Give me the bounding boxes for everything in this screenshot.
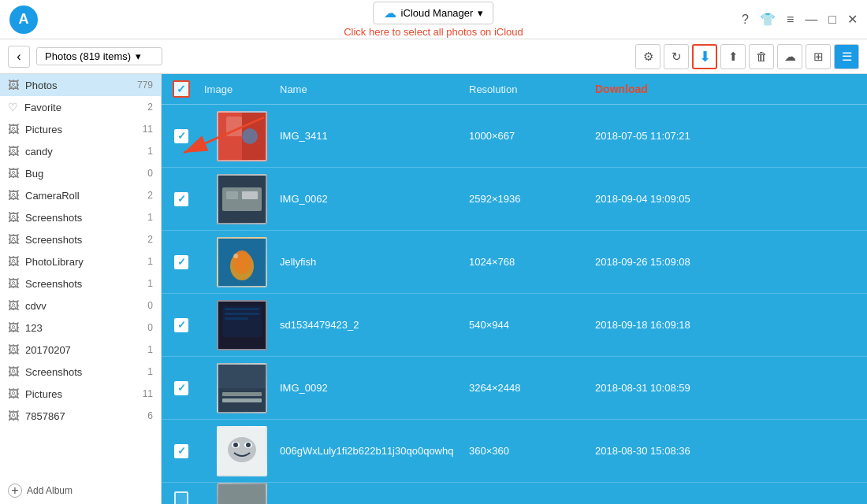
sidebar-count-screenshots3: 1 [147,278,153,289]
row-7-checkbox[interactable] [174,491,188,504]
sidebar-count-pictures2: 11 [143,388,153,399]
sidebar-count-cameraroll: 2 [147,190,153,201]
row-6-checkbox[interactable] [174,444,188,458]
svg-rect-20 [222,398,262,402]
sidebar-label-screenshots1: Screenshots [25,212,141,224]
sidebar-item-pictures2[interactable]: 🖼 Pictures 11 [0,383,161,405]
sidebar-item-photos[interactable]: 🖼 Photos 779 [0,74,161,96]
sidebar-item-photolibrary[interactable]: 🖼 PhotoLibrary 1 [0,250,161,272]
icloud-manager-button[interactable]: ☁ iCloud Manager ▾ [374,2,494,24]
table-row: sd1534479423_2 540×944 2018-09-18 16:09:… [162,294,867,357]
sidebar-label-20170207: 20170207 [25,344,141,356]
maximize-button[interactable]: □ [828,13,836,27]
sidebar-label-candy: candy [25,146,141,158]
row-4-time: 2018-09-18 16:09:18 [595,319,867,331]
icloud-icon: ☁ [384,6,396,20]
icloud-manager-label: iCloud Manager [401,7,474,19]
sidebar-item-cameraroll[interactable]: 🖼 CameraRoll 2 [0,184,161,206]
row-2-name: IMG_0062 [280,193,469,205]
cdvv-icon: 🖼 [8,299,19,312]
add-album-button[interactable]: + Add Album [0,477,161,504]
grid-view-button[interactable]: ⊞ [806,44,831,69]
row-2-thumbnail [217,174,267,224]
sidebar-count-20170207: 1 [147,344,153,355]
sidebar-item-screenshots4[interactable]: 🖼 Screenshots 1 [0,361,161,383]
row-1-resolution: 1000×667 [469,130,595,142]
sidebar-item-123[interactable]: 🖼 123 0 [0,317,161,339]
sidebar-count-screenshots1: 1 [147,212,153,223]
sidebar-count-bug: 0 [147,168,153,179]
back-button[interactable]: ‹ [8,46,30,68]
sidebar-label-screenshots2: Screenshots [25,234,141,246]
7857867-icon: 🖼 [8,410,19,422]
sidebar-item-screenshots1[interactable]: 🖼 Screenshots 1 [0,206,161,228]
album-label: Photos (819 items) [45,50,131,62]
svg-rect-14 [225,308,259,310]
sidebar-item-pictures[interactable]: 🖼 Pictures 11 [0,118,161,140]
row-1-thumbnail [217,111,267,161]
header-resolution-label: Resolution [469,83,517,95]
bug-icon: 🖼 [8,167,19,180]
sidebar-item-favorite[interactable]: ♡ Favorite 2 [0,96,161,118]
photos-icon: 🖼 [8,79,19,91]
sidebar-count-photos: 779 [137,80,153,91]
main-area: 🖼 Photos 779 ♡ Favorite 2 🖼 Pictures 11 … [0,74,867,504]
refresh-button[interactable]: ↻ [664,44,689,69]
header-image-col: Image [201,82,280,96]
row-2-checkbox-col [162,192,201,206]
sidebar-item-20170207[interactable]: 🖼 20170207 1 [0,339,161,361]
upload-button[interactable]: ⬆ [720,44,746,69]
sidebar-count-photolibrary: 1 [147,256,153,267]
row-3-thumbnail [217,237,267,287]
table-header: Image Name Resolution Download [162,74,867,105]
sidebar-label-favorite: Favorite [24,102,141,113]
list-view-button[interactable]: ☰ [834,44,859,69]
row-5-thumbnail-svg [218,365,266,412]
delete-button[interactable]: 🗑 [749,44,774,69]
sidebar-item-cdvv[interactable]: 🖼 cdvv 0 [0,295,161,317]
row-1-image [201,111,280,161]
sidebar-item-screenshots3[interactable]: 🖼 Screenshots 1 [0,272,161,295]
title-bar-right: ? 👕 ≡ — □ ✕ [742,12,858,27]
row-1-checkbox[interactable] [174,129,188,143]
sidebar-item-7857867[interactable]: 🖼 7857867 6 [0,405,161,427]
sidebar-count-cdvv: 0 [147,300,153,311]
header-checkbox-col [162,80,201,98]
select-all-checkbox[interactable] [173,80,190,98]
menu-button[interactable]: ≡ [787,13,794,27]
sidebar-count-screenshots2: 2 [147,234,153,245]
sidebar-count-pictures: 11 [143,124,153,135]
minimize-button[interactable]: — [805,13,817,27]
row-3-thumbnail-svg [218,239,266,286]
header-download-label: Download [595,83,648,95]
close-button[interactable]: ✕ [847,12,858,27]
row-5-image [201,363,280,413]
sidebar-item-candy[interactable]: 🖼 candy 1 [0,140,161,162]
sidebar-item-bug[interactable]: 🖼 Bug 0 [0,162,161,184]
sidebar-label-bug: Bug [25,168,141,180]
sidebar-item-screenshots2[interactable]: 🖼 Screenshots 2 [0,228,161,250]
cloud-button[interactable]: ☁ [777,44,802,69]
row-4-checkbox[interactable] [174,318,188,332]
cameraroll-icon: 🖼 [8,189,19,202]
candy-icon: 🖼 [8,145,19,158]
row-2-checkbox[interactable] [174,192,188,206]
row-6-thumbnail-svg [218,428,266,475]
row-5-checkbox[interactable] [174,381,188,395]
sidebar-count-7857867: 6 [147,410,153,421]
settings-button[interactable]: ⚙ [635,44,660,69]
header-time-col: Download [595,82,867,96]
row-1-thumbnail-svg [218,113,266,160]
help-button[interactable]: ? [742,13,749,27]
row-3-name: Jellyfish [280,256,469,268]
shirt-icon[interactable]: 👕 [760,12,776,27]
album-selector[interactable]: Photos (819 items) ▾ [36,47,162,65]
add-album-label: Add Album [27,485,73,496]
screenshots4-icon: 🖼 [8,365,19,378]
toolbar-actions: ⚙ ↻ ⬇ ⬆ 🗑 ☁ ⊞ ☰ [635,44,859,69]
row-7-thumbnail-svg [218,483,266,504]
download-button[interactable]: ⬇ [692,44,717,69]
row-3-checkbox[interactable] [174,255,188,269]
row-2-time: 2018-09-04 19:09:05 [595,193,867,205]
row-2-image [201,174,280,224]
